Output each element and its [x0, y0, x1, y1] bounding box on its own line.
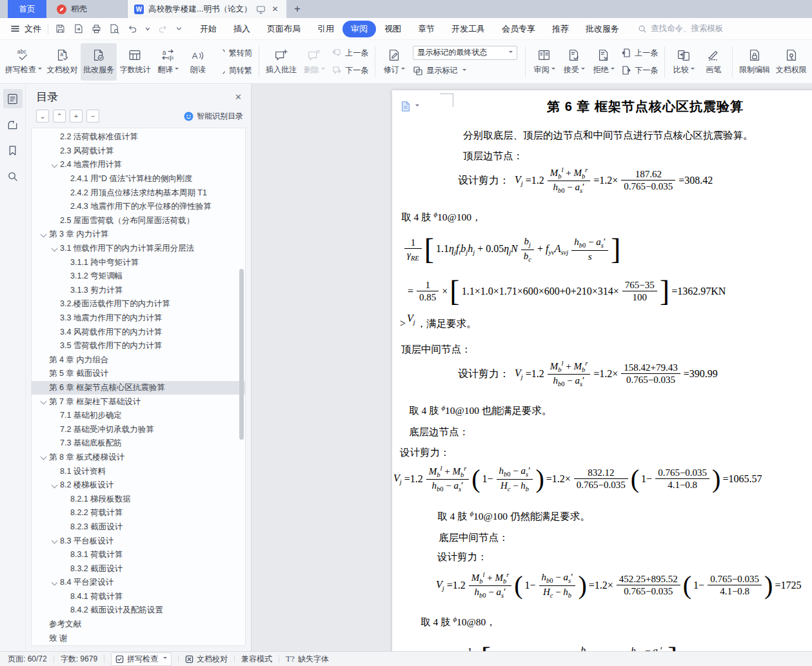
chevron-down-icon[interactable] — [50, 579, 58, 587]
toc-item[interactable]: 8.4 平台梁设计 — [32, 576, 245, 590]
toc-item[interactable]: 8.2 楼梯板设计 — [32, 478, 245, 493]
review-pane-button[interactable]: 审阅 — [530, 43, 559, 81]
translate-button[interactable]: a中 翻译 — [153, 43, 183, 81]
close-tab-icon[interactable]: ✕ — [272, 5, 278, 14]
print-preview-icon[interactable] — [109, 23, 120, 34]
file-menu-button[interactable]: 文件 — [10, 23, 41, 35]
markup-state-select[interactable]: 显示标记的最终状态 — [413, 46, 517, 60]
word-count-indicator[interactable]: 字数: 9679 — [61, 654, 97, 665]
toc-scrollbar-thumb[interactable] — [239, 269, 244, 440]
toc-item[interactable]: 3.1.2 弯矩调幅 — [32, 269, 245, 284]
page-settings-button[interactable] — [400, 101, 419, 112]
menu-item[interactable]: 章节 — [410, 21, 443, 37]
chevron-down-icon[interactable] — [50, 245, 58, 253]
page-indicator[interactable]: 页面: 60/72 — [8, 654, 47, 665]
traditional-to-simplified-button[interactable]: 简 繁转简 — [215, 46, 252, 60]
reject-change-button[interactable]: 拒绝 — [589, 43, 619, 81]
outline-pane-button[interactable] — [3, 89, 23, 108]
expand-all-button[interactable]: ⌄ — [36, 110, 49, 122]
previous-change-button[interactable]: 上一条 — [621, 46, 658, 60]
correction-service-button[interactable]: 批改服务 — [81, 43, 117, 81]
tab-home[interactable]: 首页 — [8, 0, 46, 18]
compatibility-mode-label[interactable]: 兼容模式 — [241, 654, 272, 665]
status-spell-check-button[interactable]: 拼写检查 — [111, 652, 172, 666]
menu-item[interactable]: 批改服务 — [577, 21, 628, 37]
command-search[interactable]: 查找命令、搜索模板 — [638, 23, 724, 34]
toc-item[interactable]: 3.1.3 剪力计算 — [32, 284, 245, 298]
toc-item[interactable]: 2.4.2 用顶点位移法求结构基本周期 T1 — [32, 186, 245, 200]
missing-font-button[interactable]: T? 缺失字体 — [286, 654, 329, 665]
toc-item[interactable]: 3.4 风荷载作用下的内力计算 — [32, 325, 245, 339]
chapter-nav-button[interactable] — [3, 115, 23, 134]
toc-item[interactable]: 2.4.3 地震作用下的水平位移的弹性验算 — [32, 200, 245, 214]
menu-item[interactable]: 开始 — [192, 21, 225, 37]
menu-item[interactable]: 引用 — [309, 21, 342, 37]
save-icon[interactable] — [55, 23, 66, 34]
toc-item[interactable]: 3.3 地震力作用下的内力计算 — [32, 311, 245, 326]
close-icon[interactable]: ✕ — [235, 92, 242, 102]
undo-icon[interactable] — [127, 23, 138, 34]
toc-item[interactable]: 8.3.2 截面设计 — [32, 562, 245, 576]
read-aloud-button[interactable]: A 朗读 — [183, 43, 213, 81]
document-permission-button[interactable]: 文档权限 — [773, 43, 809, 81]
smart-toc-button[interactable]: 智能识别目录 — [184, 111, 243, 122]
spell-check-button[interactable]: abc 拼写检查 — [3, 43, 44, 81]
toc-item[interactable]: 8.3 平台板设计 — [32, 534, 245, 548]
toc-item[interactable]: 2.5 屋面雪荷载（分布同屋面活荷载） — [32, 214, 245, 228]
toc-item[interactable]: 8.2.1 梯段板数据 — [32, 492, 245, 506]
show-markup-button[interactable]: 显示标记 — [413, 64, 517, 78]
toc-item[interactable]: 致 谢 — [32, 631, 245, 645]
new-tab-button[interactable]: + — [286, 0, 308, 18]
menu-item[interactable]: 页面布局 — [259, 21, 309, 37]
document-page[interactable]: 第 6 章 框架节点核心区抗震验算 分别取底层、顶层的边节点和中间节点进行节点核… — [392, 90, 812, 651]
tab-document[interactable]: W 高校教学楼建...明书（论文） ✕ — [128, 0, 286, 18]
toc-item[interactable]: 3.1 恒载作用下的内力计算采用分层法 — [32, 242, 245, 256]
menu-item[interactable]: 推荐 — [544, 21, 577, 37]
word-count-button[interactable]: 字数统计 — [117, 43, 153, 81]
toc-item[interactable]: 7.1 基础初步确定 — [32, 409, 245, 423]
customize-toolbar-icon[interactable] — [175, 25, 183, 32]
insert-comment-button[interactable]: 插入批注 — [263, 43, 299, 81]
toc-item[interactable]: 2.4 地震作用计算 — [32, 158, 245, 172]
status-doc-proof-button[interactable]: 文档校对 — [185, 654, 228, 665]
chevron-down-icon[interactable] — [50, 482, 58, 489]
toc-item[interactable]: 2.4.1 用“D 值法”计算柱的侧向刚度 — [32, 172, 245, 186]
toc-item[interactable]: 8.2.3 截面设计 — [32, 520, 245, 534]
chevron-down-icon[interactable] — [50, 537, 58, 545]
toc-item[interactable]: 第 5 章 截面设计 — [32, 367, 245, 381]
menu-item[interactable]: 开发工具 — [443, 21, 493, 37]
simplified-to-traditional-button[interactable]: 繁 简转繁 — [215, 63, 252, 77]
toc-item[interactable]: 第 8 章 板式楼梯设计 — [32, 451, 245, 465]
toc-item[interactable]: 2.3 风荷载计算 — [32, 144, 245, 159]
accept-change-button[interactable]: 接受 — [559, 43, 589, 81]
collapse-level-button[interactable]: − — [86, 110, 99, 122]
restrict-editing-button[interactable]: 限制编辑 — [737, 43, 773, 81]
toc-item[interactable]: 3.2.楼面活载作用下的内力计算 — [32, 297, 245, 311]
menu-item[interactable]: 插入 — [225, 21, 259, 37]
undo-caret-icon[interactable] — [145, 26, 150, 32]
collapse-all-button[interactable]: ⌃ — [53, 110, 66, 122]
export-pdf-icon[interactable] — [73, 23, 84, 34]
chevron-down-icon[interactable] — [39, 231, 47, 239]
track-changes-button[interactable]: 修订 — [379, 43, 409, 81]
toc-item[interactable]: 3.5 雪荷载作用下的内力计算 — [32, 339, 245, 353]
toc-item[interactable]: 2.2 活荷载标准值计算 — [32, 130, 245, 144]
ink-brush-button[interactable]: 画笔 — [698, 43, 728, 81]
expand-level-button[interactable]: + — [70, 110, 83, 122]
share-screen-icon[interactable] — [256, 5, 266, 14]
toc-item[interactable]: 第 3 章 内力计算 — [32, 228, 245, 242]
menu-item[interactable]: 视图 — [376, 21, 410, 37]
menu-item[interactable]: 会员专享 — [493, 21, 544, 37]
print-icon[interactable] — [91, 23, 102, 34]
chevron-down-icon[interactable] — [50, 161, 58, 169]
document-proofing-button[interactable]: a 文档校对 — [44, 43, 80, 81]
bookmark-pane-button[interactable] — [3, 141, 23, 160]
menu-item[interactable]: 审阅 — [342, 21, 376, 37]
toc-item[interactable]: 7.3 基础底板配筋 — [32, 436, 245, 451]
toc-item[interactable]: 8.4.1 荷载计算 — [32, 590, 245, 604]
chevron-down-icon[interactable] — [39, 398, 47, 406]
toc-item[interactable]: 8.3.1 荷载计算 — [32, 548, 245, 562]
find-pane-button[interactable] — [3, 166, 23, 186]
toc-item[interactable]: 参考文献 — [32, 618, 245, 632]
toc-item[interactable]: 3.1.1 跨中弯矩计算 — [32, 255, 245, 269]
